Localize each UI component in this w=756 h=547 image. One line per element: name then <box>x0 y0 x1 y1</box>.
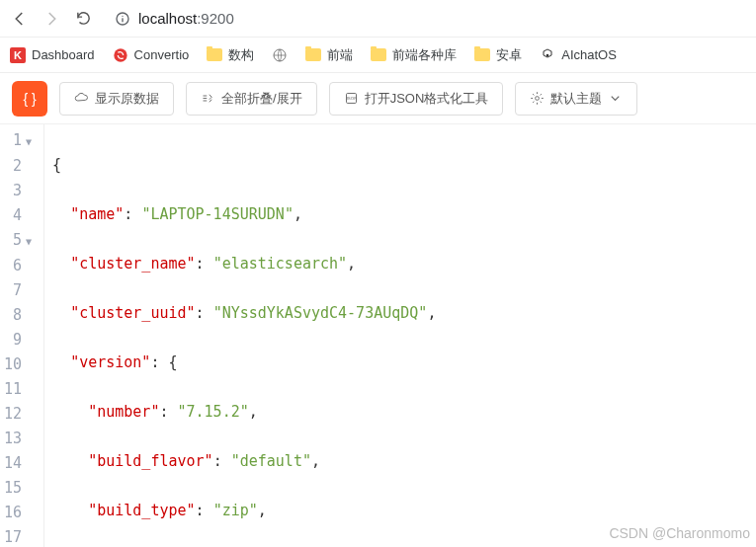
show-raw-button[interactable]: 显示原数据 <box>59 82 174 116</box>
watermark: CSDN @Charonmomo <box>609 525 750 541</box>
bookmark-folder-1[interactable]: 数构 <box>207 46 254 64</box>
json-value: 7.15.2 <box>187 403 240 421</box>
svg-point-5 <box>546 53 549 56</box>
button-label: 默认主题 <box>550 90 602 108</box>
bookmark-label: 前端各种库 <box>392 46 457 64</box>
json-value: zip <box>222 502 249 519</box>
button-label: 显示原数据 <box>95 90 159 108</box>
folder-icon <box>305 47 321 63</box>
svg-rect-2 <box>122 18 123 22</box>
folder-icon <box>474 47 490 63</box>
json-value: NYssdYkASvydC4-73AUqDQ <box>222 304 419 322</box>
code-area[interactable]: { "name": "LAPTOP-14SURUDN", "cluster_na… <box>44 124 597 547</box>
bookmark-label: Convertio <box>134 47 190 62</box>
json-toolbar: { } 显示原数据 全部折叠/展开 JSON 打开JSON格式化工具 默认主题 <box>0 73 756 124</box>
json-editor: 1▼ 2 3 4 5▼ 6 7 8 9 10 11 12 13 14 15 16… <box>0 124 756 547</box>
svg-point-8 <box>536 97 540 101</box>
svg-point-1 <box>122 15 123 16</box>
theme-button[interactable]: 默认主题 <box>515 82 637 116</box>
bookmark-label: 数构 <box>228 46 254 64</box>
reload-button[interactable] <box>73 9 93 29</box>
back-button[interactable] <box>10 9 30 29</box>
bookmark-folder-4[interactable]: 安卓 <box>474 46 522 64</box>
info-icon <box>115 11 130 27</box>
button-label: 打开JSON格式化工具 <box>365 90 489 108</box>
bookmark-label: Dashboard <box>32 47 95 62</box>
button-label: 全部折叠/展开 <box>221 90 302 108</box>
bookmark-convertio[interactable]: Convertio <box>113 47 190 63</box>
open-formatter-button[interactable]: JSON 打开JSON格式化工具 <box>329 82 504 116</box>
k-icon: K <box>10 47 26 63</box>
folder-icon <box>371 47 386 63</box>
bookmark-label: 安卓 <box>496 46 522 64</box>
bookmark-folder-3[interactable]: 前端各种库 <box>371 46 457 64</box>
chevron-down-icon <box>608 91 623 106</box>
convertio-icon <box>113 47 128 63</box>
bookmark-dashboard[interactable]: K Dashboard <box>10 47 95 63</box>
url-port: :9200 <box>197 10 234 27</box>
globe-icon <box>272 47 288 63</box>
bookmark-label: AIchatOS <box>561 47 617 62</box>
json-value: default <box>240 452 302 470</box>
line-gutter: 1▼ 2 3 4 5▼ 6 7 8 9 10 11 12 13 14 15 16… <box>0 124 44 547</box>
bookmark-folder-2[interactable]: 前端 <box>305 46 353 64</box>
fold-icon <box>201 91 215 106</box>
folder-icon <box>207 47 222 63</box>
bookmark-label: 前端 <box>327 46 353 64</box>
svg-text:JSON: JSON <box>345 96 357 101</box>
address-bar: localhost:9200 <box>0 0 756 38</box>
url-host: localhost <box>138 10 197 27</box>
extension-logo[interactable]: { } <box>12 81 47 117</box>
cloud-icon <box>74 91 89 106</box>
url-bar[interactable]: localhost:9200 <box>105 6 746 31</box>
json-value: LAPTOP-14SURUDN <box>150 205 284 223</box>
json-value: elasticsearch <box>222 255 338 273</box>
openai-icon <box>540 47 555 63</box>
bookmark-globe[interactable] <box>272 47 288 63</box>
gear-icon <box>530 91 545 106</box>
bookmark-aichat[interactable]: AIchatOS <box>540 47 617 63</box>
fold-all-button[interactable]: 全部折叠/展开 <box>186 82 317 116</box>
bookmarks-bar: K Dashboard Convertio 数构 前端 前端各种库 安卓 AIc… <box>0 38 756 73</box>
forward-button[interactable] <box>42 9 61 29</box>
tool-icon: JSON <box>344 91 359 106</box>
svg-point-3 <box>114 48 126 61</box>
